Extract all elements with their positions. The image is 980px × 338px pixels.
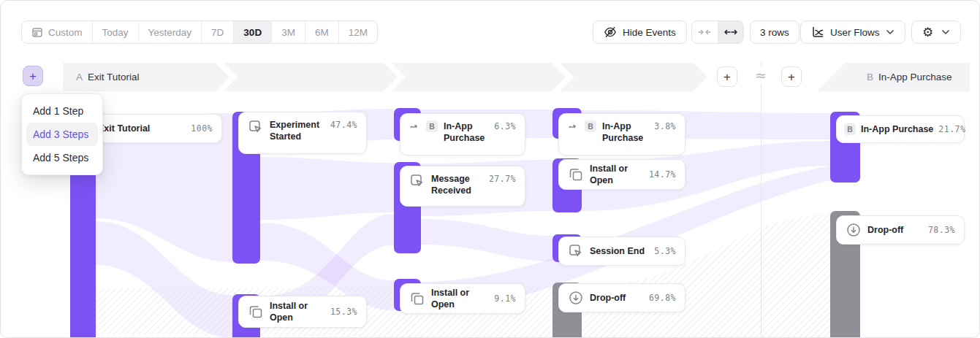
user-flows-app: Custom Today Yesterday 7D 30D 3M 6M 12M … — [0, 0, 980, 338]
chevron-down-icon — [886, 29, 894, 35]
panel-divider — [761, 63, 761, 338]
eye-off-icon — [604, 26, 617, 39]
add-step-button-active[interactable]: + — [23, 66, 43, 86]
approx-symbol: ≈ — [752, 67, 770, 83]
gear-icon: ⚙ — [922, 26, 933, 39]
step-title-exit-tutorial: Exit Tutorial — [88, 72, 140, 82]
event-badge-b: B — [585, 120, 596, 132]
chevron-down-icon — [941, 29, 950, 35]
event-badge-b: B — [426, 120, 438, 132]
hide-events-button[interactable]: Hide Events — [593, 20, 687, 44]
node-install-or-open-9[interactable]: Install or Open 9.1% — [400, 283, 525, 314]
step-band-segment-2 — [224, 63, 398, 91]
node-session-end[interactable]: Session End 5.3% — [558, 237, 685, 266]
event-badge-b: B — [844, 123, 856, 135]
merge-arrow-icon — [409, 121, 420, 131]
active-event-icon — [568, 243, 584, 259]
node-experiment-started[interactable]: Experiment Started 47.4% — [238, 112, 367, 154]
step-letter-b: B — [867, 72, 873, 82]
expand-width-button[interactable] — [718, 21, 743, 43]
node-in-app-purchase-6[interactable]: B In-App Purchase 6.3% — [400, 113, 525, 155]
range-yesterday[interactable]: Yesterday — [139, 21, 202, 43]
step-band-a-exit-tutorial[interactable]: A Exit Tutorial — [63, 63, 229, 91]
add-step-right-button[interactable]: + — [717, 66, 737, 87]
add-step-panel-b-button[interactable]: + — [781, 66, 802, 87]
merge-arrow-icon — [568, 121, 579, 131]
date-range-picker: Custom Today Yesterday 7D 30D 3M 6M 12M — [21, 20, 378, 44]
node-install-or-open-14[interactable]: Install or Open 14.7% — [558, 159, 685, 190]
settings-dropdown-button[interactable]: ⚙ — [911, 20, 961, 44]
node-drop-off-78[interactable]: Drop-off 78.3% — [836, 215, 965, 245]
copy-event-icon — [568, 166, 584, 183]
user-flows-chart-icon — [811, 26, 824, 39]
range-custom-label: Custom — [48, 27, 83, 38]
menu-item-add-1-step[interactable]: Add 1 Step — [26, 99, 98, 123]
view-selector-dropdown[interactable]: User Flows — [800, 20, 905, 44]
calendar-icon — [31, 26, 43, 38]
range-7d[interactable]: 7D — [202, 21, 234, 43]
range-custom[interactable]: Custom — [22, 21, 93, 43]
active-event-icon — [409, 173, 425, 189]
node-in-app-purchase-21[interactable]: B In-App Purchase 21.7% — [836, 115, 965, 143]
hide-events-label: Hide Events — [623, 27, 676, 38]
range-30d-selected[interactable]: 30D — [234, 21, 272, 43]
expand-arrows-icon — [724, 28, 737, 37]
copy-event-icon — [409, 291, 425, 307]
node-exit-tutorial[interactable]: Exit Tutorial 100% — [88, 114, 222, 143]
node-message-received[interactable]: Message Received 27.7% — [400, 166, 525, 207]
menu-item-add-3-steps[interactable]: Add 3 Steps — [26, 123, 98, 146]
rows-label: 3 rows — [760, 27, 789, 38]
collapse-arrows-icon — [698, 28, 711, 37]
node-install-or-open-15[interactable]: Install or Open 15.3% — [238, 296, 367, 328]
add-steps-menu: Add 1 Step Add 3 Steps Add 5 Steps — [21, 93, 103, 175]
menu-item-add-5-steps[interactable]: Add 5 Steps — [26, 146, 98, 169]
step-band-segment-3 — [392, 63, 566, 91]
width-toggle-group — [691, 20, 744, 44]
rows-button[interactable]: 3 rows — [750, 20, 799, 44]
copy-event-icon — [248, 304, 264, 320]
drop-off-icon — [846, 222, 862, 238]
node-drop-off-69[interactable]: Drop-off 69.8% — [558, 283, 685, 312]
active-event-icon — [248, 119, 264, 135]
range-6m[interactable]: 6M — [305, 21, 339, 43]
collapse-width-button[interactable] — [692, 21, 718, 43]
range-3m[interactable]: 3M — [272, 21, 305, 43]
range-today[interactable]: Today — [93, 21, 139, 43]
node-in-app-purchase-3[interactable]: B In-App Purchase 3.8% — [558, 113, 685, 155]
drop-off-icon — [568, 290, 584, 306]
range-12m[interactable]: 12M — [339, 21, 377, 43]
step-title-in-app-purchase: In-App Purchase — [878, 72, 952, 82]
step-band-segment-4 — [560, 63, 707, 91]
step-letter-a: A — [76, 72, 83, 82]
view-selector-label: User Flows — [830, 27, 880, 38]
